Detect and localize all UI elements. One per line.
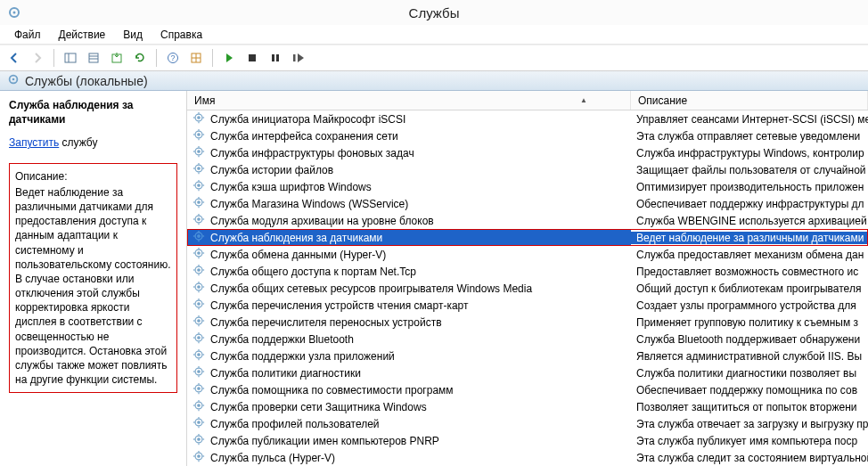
service-name-cell: Служба публикации имен компьютеров PNRP [187, 433, 631, 448]
service-name-cell: Служба общего доступа к портам Net.Tcp [187, 264, 631, 279]
svg-point-50 [198, 201, 200, 203]
forward-button[interactable] [27, 47, 48, 69]
service-row[interactable]: Служба модуля архивации на уровне блоков… [187, 212, 868, 229]
service-row[interactable]: Служба перечислителя переносных устройст… [187, 314, 868, 331]
svg-rect-15 [276, 54, 279, 61]
service-name-cell: Служба истории файлов [187, 162, 631, 177]
gear-icon [192, 348, 205, 364]
service-name-cell: Служба перечисления устройств чтения сма… [187, 298, 631, 313]
service-desc-cell: Служба политики диагностики позволяет вы [631, 367, 868, 380]
service-row[interactable]: Служба политики диагностикиСлужба полити… [187, 364, 868, 381]
service-row[interactable]: Служба кэша шрифтов WindowsОптимизирует … [187, 178, 868, 195]
scope-tab: Службы (локальные) [0, 71, 868, 91]
service-row[interactable]: Служба интерфейса сохранения сетиЭта слу… [187, 127, 868, 144]
service-desc-cell: Служба WBENGINE используется архивацией … [631, 215, 868, 227]
svg-point-128 [198, 421, 200, 423]
service-name: Служба общего доступа к портам Net.Tcp [210, 266, 416, 278]
service-name-cell: Служба помощника по совместимости програ… [187, 382, 631, 397]
service-name: Служба проверки сети Защитника Windows [210, 401, 427, 413]
service-row[interactable]: Служба пульса (Hyper-V)Эта служба следит… [187, 449, 868, 466]
service-row[interactable]: Служба общего доступа к портам Net.TcpПр… [187, 263, 868, 280]
back-button[interactable] [4, 47, 25, 69]
service-name-cell: Служба поддержки узла приложений [187, 348, 631, 364]
grid-button[interactable] [185, 47, 207, 69]
service-row[interactable]: Служба проверки сети Защитника WindowsПо… [187, 398, 868, 415]
show-hide-tree-button[interactable] [60, 47, 81, 69]
service-desc-cell: Управляет сеансами Интернет-SCSI (iSCSI)… [631, 113, 868, 126]
start-service-link[interactable]: Запустить [9, 136, 59, 149]
play-button[interactable] [218, 47, 240, 69]
svg-rect-2 [65, 53, 76, 62]
service-desc-cell: Служба Bluetooth поддерживает обнаружени [631, 333, 868, 346]
svg-point-20 [198, 117, 200, 119]
gear-icon [192, 162, 205, 177]
svg-rect-14 [272, 54, 274, 61]
service-name: Служба истории файлов [210, 164, 333, 176]
service-name: Служба наблюдения за датчиками [210, 232, 382, 244]
service-name-cell: Служба обмена данными (Hyper-V) [187, 247, 631, 262]
service-row[interactable]: Служба поддержки BluetoothСлужба Bluetoo… [187, 331, 868, 347]
properties-button[interactable] [83, 47, 104, 69]
menu-action[interactable]: Действие [50, 27, 115, 43]
gear-icon [192, 145, 205, 160]
toolbar: ? [0, 45, 868, 71]
service-desc-cell: Служба предоставляет механизм обмена дан [631, 249, 868, 261]
svg-point-92 [198, 320, 200, 322]
service-row[interactable]: Служба перечисления устройств чтения сма… [187, 297, 868, 314]
column-name[interactable]: Имя ▲ [187, 91, 631, 110]
service-name-cell: Служба интерфейса сохранения сети [187, 128, 631, 143]
svg-point-18 [12, 78, 15, 81]
svg-point-38 [198, 168, 200, 169]
service-name: Служба интерфейса сохранения сети [210, 130, 398, 143]
service-desc-cell: Обеспечивает поддержку инфраструктуры дл [631, 198, 868, 210]
help-button[interactable]: ? [162, 47, 184, 69]
service-row[interactable]: Служба помощника по совместимости програ… [187, 381, 868, 398]
gear-icon [192, 382, 205, 397]
column-description[interactable]: Описание [631, 91, 868, 110]
service-row[interactable]: Служба общих сетевых ресурсов проигрыват… [187, 280, 868, 297]
service-name-cell: Служба инициатора Майкрософт iSCSI [187, 111, 631, 127]
gear-icon [192, 281, 205, 296]
svg-point-68 [198, 252, 200, 254]
service-row[interactable]: Служба поддержки узла приложенийЯвляется… [187, 347, 868, 364]
service-name: Служба инициатора Майкрософт iSCSI [210, 113, 405, 126]
service-name-cell: Служба профилей пользователей [187, 416, 631, 431]
svg-point-86 [198, 303, 200, 305]
gear-icon [192, 315, 205, 330]
service-row[interactable]: Служба обмена данными (Hyper-V)Служба пр… [187, 246, 868, 263]
gear-icon [192, 433, 205, 448]
gear-icon [192, 399, 205, 414]
services-list[interactable]: Имя ▲ Описание Служба инициатора Майкрос… [187, 91, 868, 466]
export-button[interactable] [106, 47, 127, 69]
column-name-label: Имя [194, 94, 215, 107]
refresh-button[interactable] [129, 47, 151, 69]
service-name: Служба публикации имен компьютеров PNRP [210, 435, 439, 447]
restart-button[interactable] [288, 47, 309, 69]
service-row[interactable]: Служба публикации имен компьютеров PNRPЭ… [187, 432, 868, 449]
menu-file[interactable]: Файл [5, 27, 50, 43]
service-desc-cell: Ведет наблюдение за различными датчиками [631, 232, 868, 244]
toolbar-separator [156, 49, 157, 67]
svg-point-32 [198, 151, 200, 152]
service-desc-cell: Защищает файлы пользователя от случайной [631, 164, 868, 176]
service-name: Служба политики диагностики [210, 367, 361, 380]
description-box: Описание: Ведет наблюдение за различными… [9, 163, 177, 394]
service-row[interactable]: Служба профилей пользователейЭта служба … [187, 415, 868, 432]
service-row[interactable]: Служба наблюдения за датчикамиВедет набл… [187, 229, 868, 246]
service-desc-cell: Служба инфраструктуры Windows, контролир [631, 147, 868, 159]
service-row[interactable]: Служба истории файловЗащищает файлы поль… [187, 161, 868, 178]
menu-view[interactable]: Вид [114, 27, 151, 43]
menu-help[interactable]: Справка [151, 27, 211, 43]
service-row[interactable]: Служба инфраструктуры фоновых задачСлужб… [187, 144, 868, 161]
service-name-cell: Служба наблюдения за датчиками [187, 230, 631, 245]
app-icon [7, 5, 21, 22]
svg-point-104 [198, 354, 200, 356]
stop-button[interactable] [242, 47, 263, 69]
service-row[interactable]: Служба Магазина Windows (WSService)Обесп… [187, 195, 868, 212]
service-desc-cell: Эта служба отправляет сетевые уведомлени [631, 130, 868, 143]
service-row[interactable]: Служба инициатора Майкрософт iSCSIУправл… [187, 110, 868, 127]
pause-button[interactable] [265, 47, 286, 69]
svg-point-1 [13, 12, 16, 14]
service-name: Служба профилей пользователей [210, 418, 380, 430]
description-text: Ведет наблюдение за различными датчиками… [15, 185, 171, 388]
